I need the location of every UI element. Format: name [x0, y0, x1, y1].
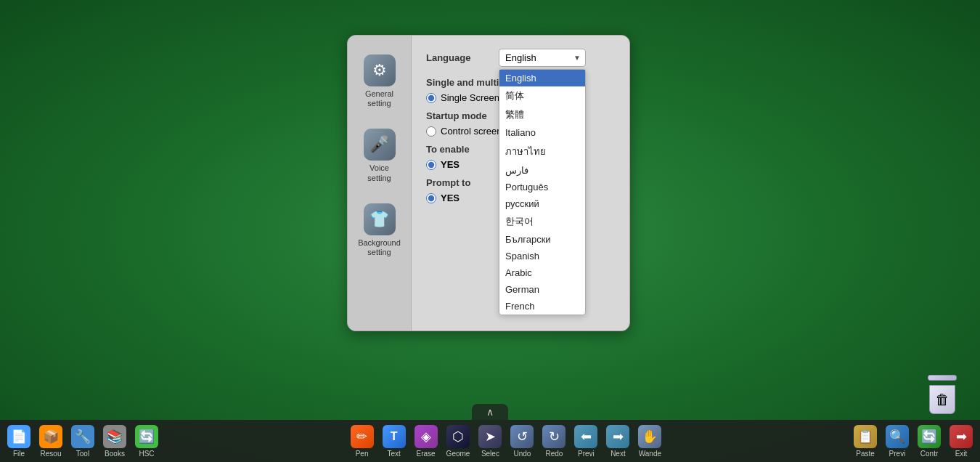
resou-icon: 📦	[39, 425, 62, 448]
toolbar-item-selec[interactable]: ➤ Selec	[474, 423, 506, 459]
toolbar-label-books: Books	[105, 450, 125, 458]
sidebar-item-background[interactable]: 👕 Backgroundsetting	[354, 199, 406, 262]
toolbar-label-text: Text	[387, 450, 400, 458]
toolbar-item-resou[interactable]: 📦 Resou	[35, 423, 67, 459]
trash-lid	[928, 375, 957, 381]
language-dropdown-menu: English 简体 繁體 Italiano ภาษาไทย فارس Port…	[499, 69, 586, 315]
prompt-yes-radio[interactable]	[426, 193, 436, 203]
toolbar-item-text[interactable]: T Text	[378, 423, 410, 459]
single-screen-radio[interactable]	[426, 93, 436, 103]
control-screen-radio[interactable]	[426, 126, 436, 137]
erase-icon: ◈	[415, 425, 438, 448]
toolbar-label-tool: Tool	[76, 450, 89, 458]
prompt-yes-label: YES	[441, 192, 460, 203]
sidebar-item-background-label: Backgroundsetting	[358, 238, 401, 257]
dropdown-item-german[interactable]: German	[499, 281, 585, 298]
previ-icon: ⬅	[574, 425, 597, 448]
dropdown-item-bulgarian[interactable]: Български	[499, 231, 585, 248]
toolbar-item-paste[interactable]: 📋 Paste	[849, 423, 881, 459]
dropdown-item-english[interactable]: English	[499, 70, 585, 86]
undo-icon: ↺	[510, 425, 534, 448]
settings-sidebar: ⚙ Generalsetting 🎤 Voicesetting 👕 Backgr…	[348, 36, 412, 331]
sidebar-item-voice-label: Voicesetting	[367, 163, 391, 182]
dropdown-item-french[interactable]: French	[499, 298, 585, 315]
tool-icon: 🔧	[71, 425, 94, 448]
toolbar-label-resou: Resou	[41, 450, 62, 458]
books-icon: 📚	[103, 425, 126, 448]
contr-icon: 🔄	[918, 425, 941, 448]
language-selected-value: English	[505, 52, 536, 63]
toolbar-item-previ2[interactable]: 🔍 Previ	[881, 423, 913, 459]
toolbar-item-tool[interactable]: 🔧 Tool	[67, 423, 99, 459]
selec-icon: ➤	[478, 425, 502, 448]
toolbar-item-exit[interactable]: ➡ Exit	[945, 423, 977, 459]
paste-icon: 📋	[854, 425, 877, 448]
sidebar-item-voice[interactable]: 🎤 Voicesetting	[354, 124, 406, 187]
text-icon: T	[383, 425, 406, 448]
toolbar-chevron-area: ∧	[472, 404, 508, 420]
settings-main-content: Language English English 简体 繁體 Italiano …	[412, 36, 629, 331]
chevron-up-button[interactable]: ∧	[472, 404, 508, 420]
toolbar-item-geome[interactable]: ⬡ Geome	[442, 423, 475, 459]
chevron-up-icon: ∧	[486, 406, 494, 418]
language-select[interactable]: English English 简体 繁體 Italiano ภาษาไทย ف…	[499, 49, 586, 67]
exit-icon: ➡	[950, 425, 973, 448]
toolbar-label-exit: Exit	[955, 450, 968, 458]
sidebar-item-general[interactable]: ⚙ Generalsetting	[354, 50, 406, 113]
toolbar-item-redo[interactable]: ↻ Redo	[538, 423, 570, 459]
toolbar-label-previ: Previ	[578, 450, 595, 458]
toolbar-label-hsc: HSC	[139, 450, 154, 458]
toolbar-item-wande[interactable]: ✋ Wande	[634, 423, 666, 459]
to-enable-yes-radio[interactable]	[426, 160, 436, 170]
gear-icon: ⚙	[364, 54, 396, 86]
toolbar-label-file: File	[13, 450, 25, 458]
dropdown-item-italiano[interactable]: Italiano	[499, 124, 585, 141]
language-select-button[interactable]: English	[499, 49, 586, 67]
toolbar-item-file[interactable]: 📄 File	[3, 423, 35, 459]
next-icon: ➡	[606, 425, 629, 448]
toolbar-label-selec: Selec	[481, 450, 499, 458]
to-enable-yes-label: YES	[441, 159, 460, 170]
toolbar-label-pen: Pen	[356, 450, 369, 458]
hsc-icon: 🔄	[135, 425, 158, 448]
dropdown-item-spanish[interactable]: Spanish	[499, 248, 585, 264]
toolbar-label-undo: Undo	[513, 450, 531, 458]
trash-icon[interactable]: 🗑	[926, 375, 958, 411]
toolbar-item-undo[interactable]: ↺ Undo	[506, 423, 538, 459]
dropdown-item-traditional-chinese[interactable]: 繁體	[499, 105, 585, 124]
toolbar-label-paste: Paste	[856, 450, 875, 458]
settings-dialog: ⚙ Generalsetting 🎤 Voicesetting 👕 Backgr…	[347, 35, 630, 331]
language-row: Language English English 简体 繁體 Italiano …	[426, 49, 615, 67]
single-screen-label: Single Screen	[441, 92, 499, 103]
redo-icon: ↻	[542, 425, 565, 448]
toolbar-item-pen[interactable]: ✏ Pen	[346, 423, 378, 459]
dropdown-item-thai[interactable]: ภาษาไทย	[499, 141, 585, 162]
toolbar-item-next[interactable]: ➡ Next	[602, 423, 634, 459]
dropdown-item-arabic[interactable]: Arabic	[499, 264, 585, 281]
mic-icon: 🎤	[364, 129, 396, 161]
toolbar-label-redo: Redo	[545, 450, 563, 458]
toolbar-item-erase[interactable]: ◈ Erase	[410, 423, 442, 459]
dropdown-item-portuguese[interactable]: Português	[499, 179, 585, 195]
toolbar-item-books[interactable]: 📚 Books	[99, 423, 131, 459]
control-screen-label: Control screen	[441, 126, 502, 137]
dropdown-item-simplified-chinese[interactable]: 简体	[499, 86, 585, 105]
wande-icon: ✋	[638, 425, 661, 448]
tshirt-icon: 👕	[364, 203, 396, 235]
toolbar-label-contr: Contr	[920, 450, 938, 458]
toolbar-item-contr[interactable]: 🔄 Contr	[913, 423, 945, 459]
desktop: ⚙ Generalsetting 🎤 Voicesetting 👕 Backgr…	[0, 0, 980, 462]
toolbar-item-previ[interactable]: ⬅ Previ	[570, 423, 602, 459]
file-icon: 📄	[7, 425, 30, 448]
language-label: Language	[426, 52, 491, 63]
toolbar-label-next: Next	[611, 450, 626, 458]
bottom-toolbar: 📄 File 📦 Resou 🔧 Tool 📚 Books 🔄 HSC ✏ Pe…	[0, 420, 980, 462]
toolbar-label-erase: Erase	[417, 450, 436, 458]
toolbar-item-hsc[interactable]: 🔄 HSC	[131, 423, 163, 459]
dropdown-item-korean[interactable]: 한국어	[499, 212, 585, 231]
toolbar-label-geome: Geome	[446, 450, 470, 458]
dropdown-item-russian[interactable]: русский	[499, 195, 585, 212]
dropdown-item-farsi[interactable]: فارس	[499, 162, 585, 179]
pen-icon: ✏	[351, 425, 374, 448]
toolbar-label-previ2: Previ	[889, 450, 906, 458]
